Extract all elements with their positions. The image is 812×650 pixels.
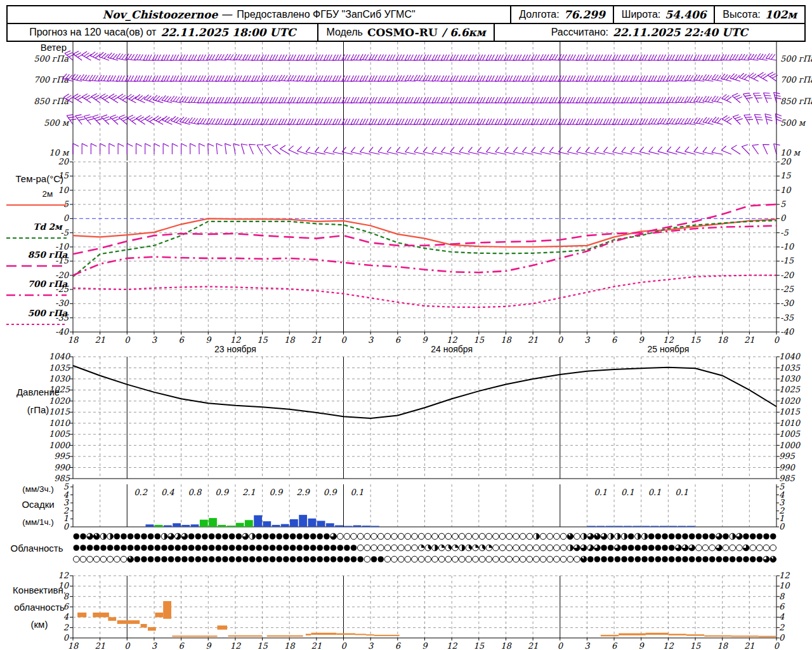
- svg-text:18: 18: [501, 335, 512, 345]
- svg-text:18: 18: [501, 641, 512, 650]
- svg-text:15: 15: [780, 171, 791, 180]
- svg-text:0: 0: [779, 522, 785, 531]
- svg-text:500 гПа: 500 гПа: [28, 308, 68, 318]
- svg-text:21: 21: [744, 641, 755, 650]
- svg-text:1010: 1010: [49, 418, 71, 428]
- svg-text:-25: -25: [780, 284, 794, 294]
- precip-bar: [606, 526, 614, 527]
- provider: Предоставлено ФГБУ "ЗапСиб УГМС": [237, 9, 415, 20]
- precip-bar: [200, 520, 208, 527]
- svg-text:3: 3: [368, 335, 374, 345]
- svg-text:12: 12: [447, 335, 457, 345]
- precip-bar: [308, 519, 317, 527]
- svg-text:-40: -40: [780, 327, 795, 336]
- svg-text:10: 10: [58, 185, 69, 195]
- svg-text:Тем-ра(°C): Тем-ра(°C): [16, 173, 63, 184]
- svg-text:-35: -35: [780, 313, 794, 322]
- svg-text:5: 5: [63, 199, 69, 209]
- wind-barbs-row-1: [63, 70, 780, 81]
- convective-bar: [668, 634, 686, 636]
- svg-text:1015: 1015: [49, 407, 70, 416]
- svg-text:6: 6: [395, 335, 402, 345]
- svg-text:-10: -10: [780, 242, 795, 251]
- svg-text:6: 6: [395, 641, 402, 650]
- svg-text:5: 5: [780, 199, 786, 209]
- svg-text:1040: 1040: [49, 352, 71, 361]
- svg-text:24 ноября: 24 ноября: [431, 344, 473, 354]
- precip-bar: [155, 525, 163, 527]
- svg-text:0.1: 0.1: [594, 488, 607, 497]
- svg-text:2: 2: [63, 623, 69, 632]
- svg-text:0: 0: [774, 641, 780, 650]
- wind-barbs-row-0: [65, 49, 778, 60]
- wind-barbs-row-4: [73, 142, 782, 154]
- svg-text:9: 9: [639, 641, 645, 650]
- convective-bar: [704, 635, 731, 637]
- svg-text:990: 990: [779, 463, 796, 472]
- svg-text:1010: 1010: [779, 418, 801, 428]
- svg-text:0: 0: [63, 213, 70, 223]
- precip-bar: [353, 526, 362, 527]
- precip-bar: [596, 526, 605, 527]
- precip-bar: [651, 526, 659, 527]
- svg-text:8: 8: [779, 592, 785, 601]
- convective-bar: [759, 636, 776, 637]
- svg-text:1020: 1020: [49, 396, 71, 406]
- svg-text:9: 9: [639, 335, 645, 345]
- header-lat-cell: Широта: 54.406: [613, 6, 714, 23]
- convective-bar: [686, 634, 704, 635]
- precip-bar: [299, 515, 307, 527]
- svg-text:20: 20: [780, 157, 792, 166]
- temperature-panel: 2020151510105500-5-5-10-10-15-15-20-20-2…: [6, 157, 795, 354]
- precip-bar: [624, 526, 632, 527]
- convective-bar: [306, 634, 311, 636]
- precip-bar: [615, 526, 623, 527]
- svg-text:3: 3: [584, 641, 591, 650]
- svg-text:15: 15: [690, 641, 701, 650]
- convective-bar: [731, 635, 759, 637]
- svg-text:990: 990: [54, 463, 71, 472]
- convective-bar: [619, 633, 646, 635]
- svg-text:18: 18: [284, 335, 296, 345]
- svg-text:1005: 1005: [49, 429, 70, 439]
- svg-text:0: 0: [558, 335, 564, 345]
- svg-text:1015: 1015: [779, 407, 801, 416]
- svg-text:1035: 1035: [779, 363, 801, 373]
- precip-bar: [317, 521, 325, 527]
- precip-bar: [678, 526, 686, 527]
- svg-text:21: 21: [95, 641, 105, 650]
- svg-text:-30: -30: [55, 298, 70, 308]
- calc-label: Рассчитано:: [551, 27, 608, 38]
- precip-bar: [245, 520, 253, 527]
- convective-bar: [646, 633, 669, 635]
- header-forecast-cell: Прогноз на 120 часа(ов) от 22.11.2025 18…: [8, 26, 317, 39]
- precip-bar: [164, 526, 172, 527]
- svg-text:21: 21: [528, 335, 539, 345]
- cloud-row-low: [74, 556, 776, 562]
- convective-bar: [163, 601, 171, 619]
- convective-bar: [93, 613, 109, 617]
- calc-time: 22.11.2025 22:40 UTC: [613, 26, 748, 39]
- precip-bar: [335, 526, 343, 527]
- svg-text:Облачность: Облачность: [11, 543, 63, 554]
- svg-text:21: 21: [95, 335, 105, 345]
- convective-bar: [148, 627, 156, 631]
- svg-text:6: 6: [779, 602, 785, 611]
- svg-text:Осадки: Осадки: [22, 499, 54, 510]
- wind-barbs-row-2: [63, 91, 782, 103]
- convective-bar: [218, 625, 228, 630]
- precip-bar: [209, 518, 217, 527]
- svg-text:9: 9: [206, 641, 212, 650]
- alt-value: 102м: [765, 8, 797, 21]
- svg-text:700 гПа: 700 гПа: [780, 75, 812, 84]
- svg-text:12: 12: [230, 335, 241, 345]
- svg-text:20: 20: [58, 157, 69, 166]
- precip-bar: [660, 526, 668, 527]
- svg-text:3: 3: [152, 335, 158, 345]
- precip-bar: [362, 526, 370, 527]
- svg-text:850 гПа: 850 гПа: [28, 249, 68, 260]
- svg-text:2м: 2м: [43, 189, 53, 199]
- svg-text:15: 15: [257, 335, 268, 345]
- svg-text:1040: 1040: [779, 352, 801, 361]
- svg-text:12: 12: [663, 641, 674, 650]
